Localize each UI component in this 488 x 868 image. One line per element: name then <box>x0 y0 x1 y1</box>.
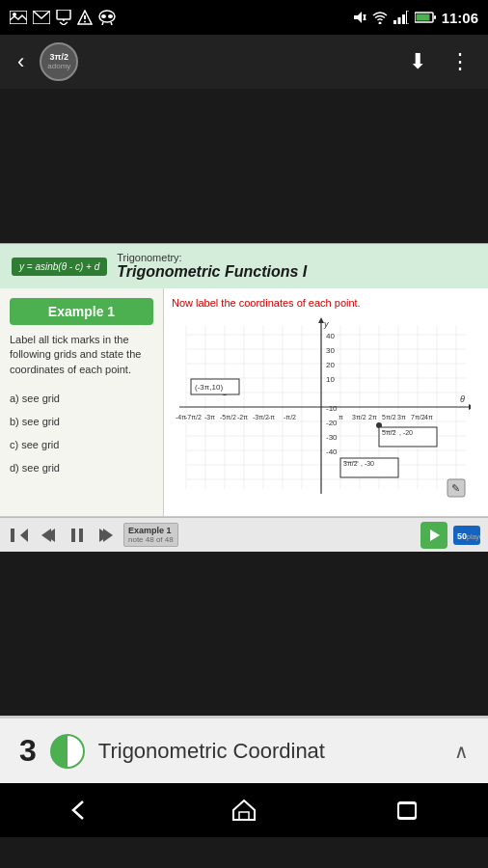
left-panel: Example 1 Label all tick marks in the fo… <box>0 288 164 516</box>
svg-text:4π: 4π <box>424 414 433 420</box>
svg-marker-100 <box>103 529 113 542</box>
left-items: a) see grid b) see grid c) see grid d) s… <box>10 387 153 479</box>
svg-text:-π: -π <box>268 414 275 420</box>
svg-rect-98 <box>79 529 83 542</box>
svg-text:player: player <box>467 533 480 541</box>
svg-text:2π: 2π <box>368 414 377 420</box>
svg-rect-22 <box>416 14 429 21</box>
svg-text:π: π <box>339 414 343 420</box>
instruction-text: Now label the coordinates of each point. <box>172 296 480 310</box>
back-button[interactable]: ‹ <box>10 45 32 78</box>
svg-text:5π/2: 5π/2 <box>382 414 396 420</box>
list-item: d) see grid <box>10 456 153 479</box>
svg-text:✎: ✎ <box>451 482 460 494</box>
recents-icon <box>395 799 419 822</box>
svg-rect-97 <box>71 529 75 542</box>
player-bar: Example 1 note 48 of 48 50 player <box>0 517 488 552</box>
svg-text:30: 30 <box>326 346 335 355</box>
svg-line-12 <box>111 22 112 25</box>
chevron-up-icon[interactable]: ∧ <box>454 740 469 763</box>
section-label: Trigonometric Coordinat <box>98 739 441 764</box>
mail-icon <box>33 11 50 24</box>
signal-icon <box>393 11 409 24</box>
svg-text:3π/2: 3π/2 <box>352 414 366 420</box>
svg-marker-105 <box>233 800 255 820</box>
battery-icon <box>415 12 436 23</box>
formula-badge: y = asinb(θ - c) + d <box>12 258 107 276</box>
alien-icon <box>98 10 116 25</box>
svg-marker-13 <box>354 12 362 23</box>
svg-text:-40: -40 <box>326 448 338 456</box>
more-options-button[interactable]: ⋮ <box>442 45 478 78</box>
svg-rect-108 <box>398 802 416 818</box>
dark-background-mid <box>0 552 488 716</box>
svg-rect-107 <box>398 803 416 819</box>
svg-text:y: y <box>323 319 329 329</box>
svg-text:3π: 3π <box>397 414 406 420</box>
svg-marker-96 <box>41 529 51 542</box>
svg-text:θ: θ <box>460 394 465 404</box>
coordinate-graph: 40 30 20 10 -10 -20 -30 -40 -4π -7π/2 -3… <box>172 315 471 508</box>
svg-text:, -20: , -20 <box>399 429 413 436</box>
top-bar: ‹ 3π/2 adomy ⬇ ⋮ <box>0 35 488 89</box>
svg-point-10 <box>108 14 113 18</box>
lesson-subtitle: Trigonometry: <box>117 252 307 263</box>
play-button[interactable] <box>420 522 447 549</box>
svg-text:, -30: , -30 <box>361 460 374 467</box>
section-number: 3 <box>19 733 37 769</box>
svg-text:7π/2: 7π/2 <box>411 414 425 420</box>
svg-text:-5π/2: -5π/2 <box>220 414 236 420</box>
dark-background-top <box>0 89 488 243</box>
player-progress: Example 1 note 48 of 48 <box>123 523 178 547</box>
status-time: 11:06 <box>442 10 478 26</box>
nav-back-button[interactable] <box>52 791 110 829</box>
prev-button[interactable] <box>37 524 60 547</box>
svg-rect-17 <box>393 20 396 24</box>
svg-text:50: 50 <box>457 531 467 541</box>
svg-rect-18 <box>397 17 400 24</box>
lesson-content: Example 1 Label all tick marks in the fo… <box>0 288 488 517</box>
svg-marker-101 <box>430 529 440 541</box>
svg-rect-19 <box>402 14 405 24</box>
lesson-title: Trigonometric Functions I <box>117 263 307 281</box>
svg-text:-π/2: -π/2 <box>284 414 296 420</box>
home-icon <box>231 799 257 822</box>
nav-recents-button[interactable] <box>378 791 436 829</box>
download-button[interactable]: ⬇ <box>401 45 434 78</box>
bottom-section[interactable]: 3 Trigonometric Coordinat ∧ <box>0 716 488 783</box>
skip-back-button[interactable] <box>8 524 31 547</box>
back-nav-icon <box>68 800 95 821</box>
status-icons-right: 11:06 <box>353 10 478 26</box>
svg-text:-3π/2: -3π/2 <box>253 414 269 420</box>
list-item: b) see grid <box>10 410 153 433</box>
svg-text:-20: -20 <box>326 419 338 427</box>
svg-text:-2π: -2π <box>237 414 248 420</box>
svg-rect-23 <box>434 15 436 19</box>
pause-button[interactable] <box>66 524 89 547</box>
next-button[interactable] <box>95 524 118 547</box>
svg-rect-94 <box>11 529 14 542</box>
svg-point-16 <box>378 22 381 25</box>
player-logo: 50 player <box>453 526 480 545</box>
section-icon <box>50 734 85 769</box>
svg-text:-30: -30 <box>326 433 338 442</box>
svg-text:20: 20 <box>326 361 335 369</box>
list-item: a) see grid <box>10 387 153 410</box>
svg-marker-51 <box>469 404 471 410</box>
svg-text:3π/2: 3π/2 <box>343 460 358 467</box>
left-description: Label all tick marks in the following gr… <box>10 333 153 377</box>
svg-line-11 <box>102 22 103 25</box>
mute-icon <box>353 11 366 24</box>
svg-text:-3π: -3π <box>204 414 215 420</box>
lesson-header: y = asinb(θ - c) + d Trigonometry: Trigo… <box>0 243 488 288</box>
svg-point-7 <box>84 21 86 23</box>
right-panel: Now label the coordinates of each point. <box>164 288 488 516</box>
avatar-fraction: 3π/2 <box>50 53 68 62</box>
nav-home-button[interactable] <box>215 791 273 829</box>
svg-rect-106 <box>239 812 249 820</box>
avatar[interactable]: 3π/2 adomy <box>40 42 78 81</box>
svg-text:-7π/2: -7π/2 <box>185 414 202 420</box>
example-badge: Example 1 <box>10 298 153 325</box>
svg-point-9 <box>101 14 106 18</box>
svg-text:10: 10 <box>326 375 335 384</box>
